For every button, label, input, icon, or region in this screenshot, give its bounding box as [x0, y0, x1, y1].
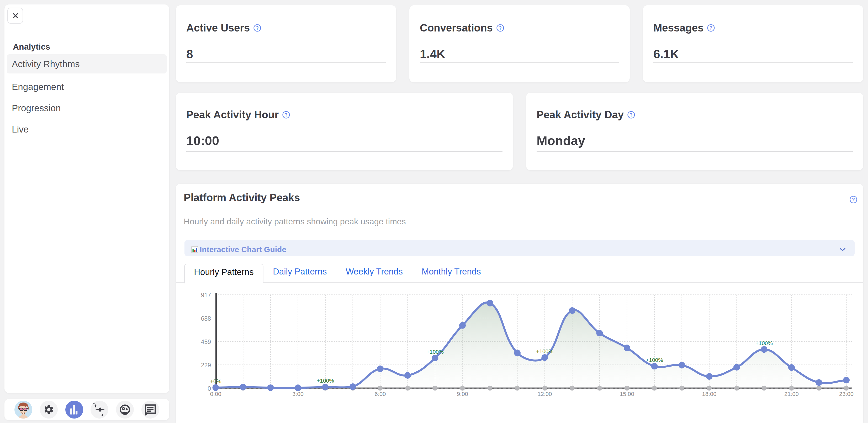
svg-text:23:00: 23:00	[839, 391, 854, 397]
svg-text:?: ?	[630, 112, 632, 118]
svg-text:+0%: +0%	[210, 378, 221, 384]
svg-text:459: 459	[201, 338, 211, 345]
svg-text:?: ?	[710, 26, 712, 31]
svg-text:917: 917	[201, 292, 211, 299]
svg-text:?: ?	[285, 112, 287, 118]
svg-text:688: 688	[201, 315, 211, 322]
svg-text:229: 229	[201, 362, 211, 369]
svg-text:12:00: 12:00	[537, 391, 552, 397]
svg-text:+100%: +100%	[755, 340, 773, 346]
svg-text:+100%: +100%	[646, 357, 663, 363]
svg-text:?: ?	[499, 26, 502, 31]
svg-text:+100%: +100%	[426, 349, 444, 355]
svg-text:6:00: 6:00	[375, 391, 386, 397]
svg-text:15:00: 15:00	[620, 391, 634, 397]
svg-text:18:00: 18:00	[702, 391, 716, 397]
svg-text:?: ?	[852, 197, 855, 202]
svg-text:0:00: 0:00	[210, 391, 221, 397]
svg-text:+100%: +100%	[317, 377, 334, 384]
svg-text:21:00: 21:00	[784, 391, 799, 397]
svg-text:?: ?	[256, 26, 259, 31]
svg-text:3:00: 3:00	[292, 391, 304, 397]
svg-text:9:00: 9:00	[457, 391, 468, 397]
svg-text:+100%: +100%	[536, 348, 553, 354]
